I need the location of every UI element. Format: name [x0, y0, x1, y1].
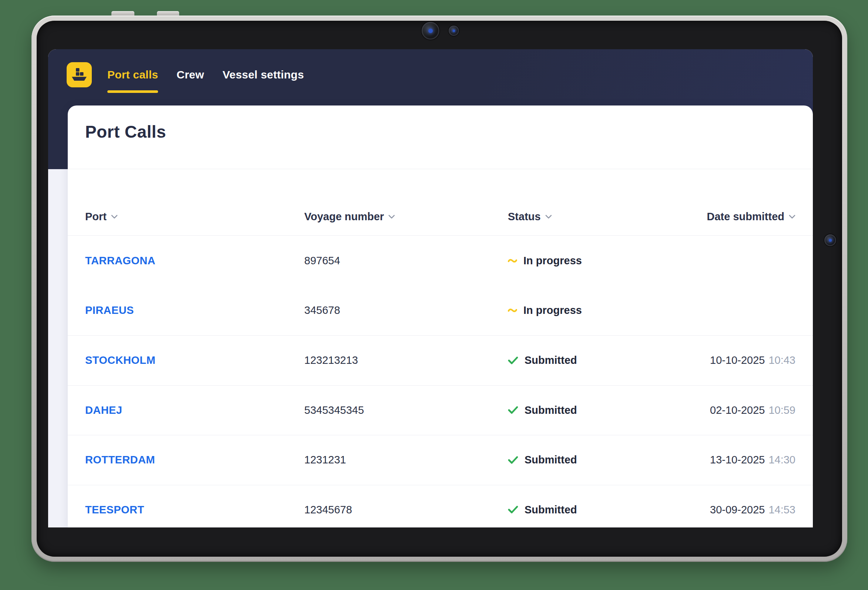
- column-header-status[interactable]: Status: [508, 211, 655, 223]
- status-cell: Submitted: [508, 404, 655, 416]
- date-cell: 10-10-202510:43: [655, 354, 796, 366]
- check-icon: [508, 406, 518, 414]
- check-icon: [508, 456, 518, 464]
- table-row: STOCKHOLM 123213213 Submitted 10-10-2025…: [68, 335, 813, 385]
- chevron-down-icon: [388, 215, 395, 219]
- voyage-cell: 123213213: [304, 354, 508, 366]
- date-value: 13-10-2025: [710, 454, 765, 466]
- voyage-cell: 1231231: [304, 454, 508, 466]
- time-value: 10:59: [768, 404, 796, 416]
- port-calls-card: Port Calls Port Voyage number Status Dat…: [68, 105, 813, 527]
- port-cell: DAHEJ: [85, 404, 304, 416]
- table-body: TARRAGONA 897654 In progress PIRAEUS 345…: [68, 236, 813, 527]
- date-cell: 30-09-202514:53: [655, 504, 796, 516]
- front-camera-icon: [422, 22, 439, 40]
- scene: Port calls Crew Vessel settings Port Cal…: [0, 0, 868, 590]
- time-value: 10:43: [768, 354, 796, 366]
- port-cell: PIRAEUS: [85, 304, 304, 316]
- column-header-port[interactable]: Port: [85, 211, 304, 223]
- app-screen: Port calls Crew Vessel settings Port Cal…: [48, 49, 813, 527]
- tilde-icon: [508, 308, 517, 313]
- port-cell: STOCKHOLM: [85, 354, 304, 366]
- port-cell: TARRAGONA: [85, 255, 304, 267]
- port-cell: TEESPORT: [85, 504, 304, 516]
- tab-crew[interactable]: Crew: [177, 67, 204, 82]
- ambient-sensor-icon: [449, 25, 459, 36]
- check-icon: [508, 506, 518, 514]
- status-label: In progress: [523, 304, 582, 316]
- date-cell: [655, 255, 796, 267]
- status-cell: In progress: [508, 255, 655, 267]
- status-cell: Submitted: [508, 454, 655, 466]
- port-cell: ROTTERDAM: [85, 454, 304, 466]
- table-row: ROTTERDAM 1231231 Submitted 13-10-202514…: [68, 435, 813, 485]
- status-label: Submitted: [524, 454, 577, 466]
- chevron-down-icon: [789, 215, 796, 219]
- top-navigation: Port calls Crew Vessel settings: [66, 62, 322, 87]
- date-value: 02-10-2025: [710, 404, 765, 416]
- rear-camera-icon: [824, 234, 836, 246]
- page-title: Port Calls: [85, 122, 796, 142]
- table-row: DAHEJ 5345345345 Submitted 02-10-202510:…: [68, 385, 813, 435]
- port-link[interactable]: STOCKHOLM: [85, 354, 155, 366]
- chevron-down-icon: [111, 215, 118, 219]
- tab-port-calls[interactable]: Port calls: [107, 67, 158, 82]
- tab-vessel-settings[interactable]: Vessel settings: [223, 67, 304, 82]
- voyage-cell: 12345678: [304, 504, 508, 516]
- chevron-down-icon: [545, 215, 552, 219]
- table-row: PIRAEUS 345678 In progress: [68, 286, 813, 336]
- card-header: Port Calls: [68, 105, 813, 169]
- status-label: In progress: [523, 255, 582, 267]
- check-icon: [508, 357, 518, 364]
- status-label: Submitted: [524, 354, 577, 366]
- voyage-cell: 897654: [304, 255, 508, 267]
- port-link[interactable]: TARRAGONA: [85, 255, 155, 267]
- date-value: 30-09-2025: [710, 504, 765, 516]
- time-value: 14:53: [768, 504, 796, 516]
- time-value: 14:30: [768, 454, 796, 466]
- port-link[interactable]: PIRAEUS: [85, 304, 134, 316]
- status-label: Submitted: [524, 504, 577, 516]
- cargo-ship-logo[interactable]: [66, 62, 92, 87]
- column-header-voyage-number[interactable]: Voyage number: [304, 211, 508, 223]
- voyage-cell: 345678: [304, 304, 508, 316]
- port-link[interactable]: DAHEJ: [85, 404, 122, 416]
- date-cell: 13-10-202514:30: [655, 454, 796, 466]
- status-label: Submitted: [524, 404, 577, 416]
- voyage-cell: 5345345345: [304, 404, 508, 416]
- port-link[interactable]: ROTTERDAM: [85, 454, 155, 466]
- tilde-icon: [508, 258, 517, 263]
- status-cell: Submitted: [508, 354, 655, 366]
- date-cell: [655, 304, 796, 316]
- date-cell: 02-10-202510:59: [655, 404, 796, 416]
- column-header-date-submitted[interactable]: Date submitted: [655, 211, 796, 223]
- status-cell: Submitted: [508, 504, 655, 516]
- date-value: 10-10-2025: [710, 354, 765, 366]
- port-link[interactable]: TEESPORT: [85, 504, 145, 516]
- table-row: TARRAGONA 897654 In progress: [68, 236, 813, 286]
- table-row: TEESPORT 12345678 Submitted 30-09-202514…: [68, 485, 813, 528]
- cargo-ship-icon: [71, 68, 87, 82]
- status-cell: In progress: [508, 304, 655, 316]
- table-header-row: Port Voyage number Status Date submitted: [68, 169, 813, 236]
